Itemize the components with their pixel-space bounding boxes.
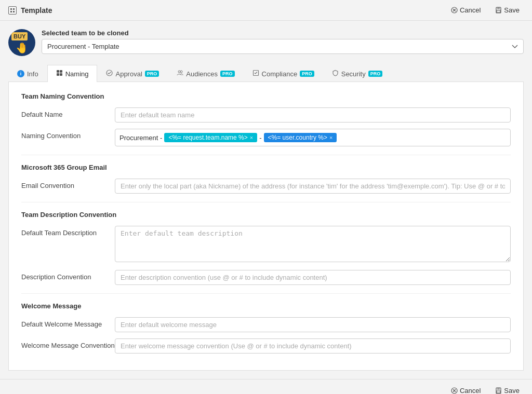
naming-separator: - (259, 134, 261, 142)
tab-approval-label: Approval (115, 70, 142, 78)
footer: Cancel Save (0, 379, 532, 394)
naming-section-title: Team Naming Convention (21, 92, 511, 100)
footer-save-label: Save (504, 387, 520, 394)
svg-point-14 (107, 70, 112, 76)
security-pro-badge: Pro (368, 71, 383, 77)
footer-cancel-button[interactable]: Cancel (447, 385, 485, 394)
tab-naming[interactable]: Naming (47, 65, 98, 82)
team-selector-label: Selected team to be cloned (42, 29, 524, 37)
save-icon (495, 7, 502, 13)
divider-3 (21, 293, 511, 294)
svg-rect-13 (60, 73, 62, 76)
default-desc-control (115, 226, 511, 264)
cancel-icon (451, 7, 458, 13)
welcome-section-title: Welcome Message (21, 302, 511, 310)
svg-rect-23 (497, 391, 500, 393)
email-convention-input[interactable] (115, 179, 511, 194)
naming-tag-1-text: <%= request.team.name %> (168, 134, 247, 141)
desc-convention-label: Description Convention (21, 270, 115, 281)
default-desc-row: Default Team Description (21, 226, 511, 264)
tab-naming-label: Naming (65, 70, 89, 78)
app-container: Template Cancel Save BUY 🤚 Selecte (0, 0, 532, 394)
naming-icon (56, 70, 63, 78)
template-icon (8, 6, 17, 15)
svg-rect-3 (13, 11, 15, 12)
header-title-area: Template (8, 6, 52, 15)
naming-convention-field[interactable]: Procurement - <%= request.team.name %> ×… (115, 129, 511, 146)
tab-audiences-label: Audiences (186, 70, 218, 78)
team-dropdown[interactable]: Procurement - Template (42, 39, 524, 54)
main-content: BUY 🤚 Selected team to be cloned Procure… (0, 21, 532, 379)
default-name-input[interactable] (115, 107, 511, 123)
email-section-title: Microsoft 365 Group Email (21, 164, 511, 171)
compliance-pro-badge: Pro (300, 71, 314, 77)
svg-point-15 (178, 71, 180, 73)
svg-rect-12 (57, 73, 59, 76)
welcome-convention-row: Welcome Message Convention (21, 338, 511, 354)
header-cancel-button[interactable]: Cancel (447, 4, 485, 16)
team-selector-right: Selected team to be cloned Procurement -… (42, 29, 524, 54)
svg-rect-22 (497, 388, 500, 390)
tab-security-label: Security (341, 70, 366, 78)
tab-security[interactable]: Security Pro (323, 65, 391, 82)
desc-convention-input[interactable] (115, 270, 511, 285)
default-name-control (115, 107, 511, 123)
audiences-pro-badge: Pro (220, 71, 235, 77)
footer-cancel-icon (451, 387, 458, 394)
buy-badge: BUY (11, 32, 28, 40)
naming-tag-1-close[interactable]: × (250, 134, 253, 141)
naming-convention-row: Naming Convention Procurement - <%= requ… (21, 129, 511, 146)
approval-pro-badge: Pro (145, 71, 159, 77)
tab-compliance-label: Compliance (262, 70, 298, 78)
tab-info[interactable]: i Info (8, 65, 47, 82)
header-save-button[interactable]: Save (491, 4, 524, 16)
team-selector: BUY 🤚 Selected team to be cloned Procure… (8, 29, 524, 56)
divider-2 (21, 202, 511, 202)
welcome-convention-input[interactable] (115, 338, 511, 354)
audiences-icon (177, 70, 183, 78)
svg-rect-0 (10, 8, 12, 10)
naming-prefix: Procurement - (119, 134, 162, 142)
tab-info-label: Info (27, 70, 38, 78)
default-desc-textarea[interactable] (115, 226, 511, 262)
form-panel: Team Naming Convention Default Name Nami… (8, 82, 524, 371)
email-convention-row: Email Convention (21, 179, 511, 194)
footer-save-button[interactable]: Save (491, 385, 524, 394)
svg-rect-1 (13, 8, 15, 10)
default-welcome-control (115, 317, 511, 332)
naming-tag-1[interactable]: <%= request.team.name %> × (164, 133, 257, 142)
divider-1 (21, 155, 511, 155)
approval-icon (106, 70, 113, 78)
tab-audiences[interactable]: Audiences Pro (168, 65, 243, 82)
naming-tag-2-text: <%= user.country %> (268, 134, 327, 141)
default-welcome-row: Default Welcome Message (21, 317, 511, 332)
avatar-inner: BUY 🤚 (8, 29, 35, 56)
tab-approval[interactable]: Approval Pro (97, 65, 168, 82)
default-name-label: Default Name (21, 107, 115, 118)
desc-convention-control (115, 270, 511, 285)
default-welcome-label: Default Welcome Message (21, 317, 115, 328)
welcome-convention-control (115, 338, 511, 354)
tab-compliance[interactable]: Compliance Pro (244, 65, 323, 82)
desc-convention-row: Description Convention (21, 270, 511, 285)
footer-save-icon (495, 387, 502, 394)
header: Template Cancel Save (0, 0, 532, 21)
email-convention-control (115, 179, 511, 194)
default-name-row: Default Name (21, 107, 511, 123)
naming-convention-control: Procurement - <%= request.team.name %> ×… (115, 129, 511, 146)
naming-tag-2[interactable]: <%= user.country %> × (264, 133, 337, 142)
naming-tag-2-close[interactable]: × (329, 134, 332, 141)
svg-point-16 (180, 71, 182, 73)
default-welcome-input[interactable] (115, 317, 511, 332)
header-title: Template (21, 6, 52, 15)
footer-cancel-label: Cancel (460, 387, 481, 394)
svg-rect-9 (497, 10, 500, 12)
email-convention-label: Email Convention (21, 179, 115, 189)
svg-rect-8 (497, 7, 500, 9)
compliance-icon (252, 70, 259, 78)
hand-icon: 🤚 (16, 42, 29, 54)
security-icon (332, 70, 339, 78)
tabs: i Info Naming Approval Pro (8, 64, 524, 82)
svg-rect-2 (10, 11, 12, 12)
welcome-convention-label: Welcome Message Convention (21, 338, 115, 349)
